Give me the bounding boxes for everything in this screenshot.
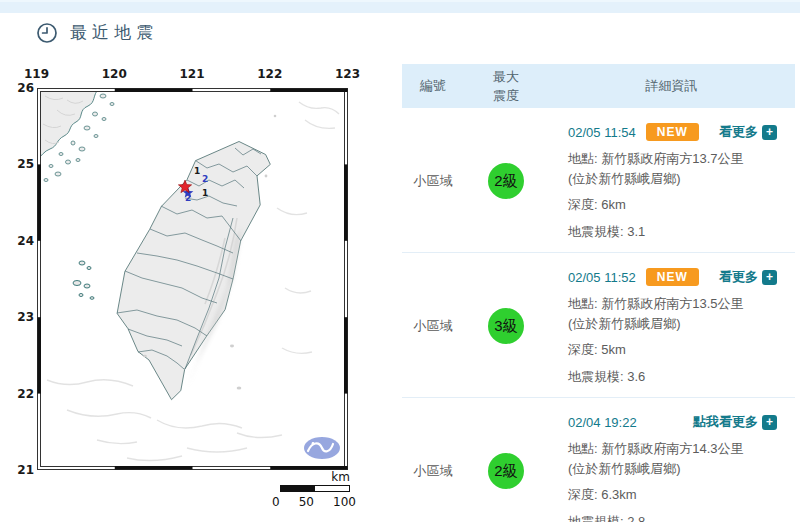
intensity-cell: 3級 [464,266,548,386]
lon-tick-label: 123 [335,67,360,81]
intensity-badge: 2級 [488,163,524,199]
map-longitude-axis: 119120121122123 [24,67,360,81]
map-scale-ticks: 050100 [272,495,356,509]
see-more-link[interactable]: 看更多 + [719,123,777,141]
lat-tick-label: 25 [17,157,34,171]
table-header-row: 編號 最大震度 詳細資訊 [402,64,795,108]
lat-tick-label: 21 [17,463,34,477]
quake-datetime: 02/04 19:22 [568,415,637,430]
magnitude-line: 地震規模: 2.8 [568,512,777,522]
details-cell: 02/05 11:54 NEW 看更多 + 地點: 新竹縣政府南方13.7公里 … [548,121,795,241]
earthquake-row: 小區域 3級 02/05 11:52 NEW 看更多 + 地點: 新竹縣政府南方… [402,252,795,397]
clock-icon [36,22,58,44]
quake-datetime: 02/05 11:54 [568,125,636,140]
new-badge: NEW [646,123,699,141]
magnitude-line: 地震規模: 3.1 [568,222,777,242]
scale-tick-label: 0 [272,495,280,509]
see-more-label: 點我看更多 [693,413,758,431]
lat-tick-label: 26 [17,81,34,95]
scale-tick-label: 50 [299,495,314,509]
quake-depth: 深度: 5km [568,340,777,360]
lat-tick-label: 23 [17,310,34,324]
quake-location: 地點: 新竹縣政府南方13.7公里 [568,149,777,169]
intensity-cell: 2級 [464,411,548,522]
new-badge: NEW [646,268,699,286]
recent-earthquakes-page: 最近地震 119120121122123 262524232221 [0,0,800,522]
quake-meta-line: 02/05 11:54 NEW 看更多 + [568,121,777,143]
lon-tick-label: 121 [179,67,204,81]
lon-tick-label: 120 [102,67,127,81]
cwb-logo [304,437,340,459]
see-more-link[interactable]: 看更多 + [719,268,777,286]
quake-location-sub: (位於新竹縣峨眉鄉) [568,459,777,479]
quake-location: 地點: 新竹縣政府南方13.5公里 [568,294,777,314]
quake-depth: 深度: 6.3km [568,485,777,505]
page-header: 最近地震 [36,21,158,44]
intensity-cell: 2級 [464,121,548,241]
header-intensity: 最大震度 [464,67,548,106]
plus-icon: + [762,270,777,285]
plus-icon: + [762,125,777,140]
lon-tick-label: 122 [257,67,282,81]
quake-location: 地點: 新竹縣政府南方14.3公里 [568,439,777,459]
svg-text:1: 1 [202,188,208,198]
quake-meta-line: 02/04 19:22 點我看更多 + [568,411,777,433]
quake-depth: 深度: 6km [568,195,777,215]
map-scale-bar [280,485,350,492]
svg-text:2: 2 [185,193,191,203]
intensity-badge: 3級 [488,308,524,344]
header-details: 詳細資訊 [548,77,795,95]
see-more-label: 看更多 [719,268,758,286]
earthquake-row: 小區域 2級 02/04 19:22 點我看更多 + 地點: 新竹縣政府南方14… [402,397,795,522]
see-more-link[interactable]: 點我看更多 + [693,413,777,431]
quake-location-sub: (位於新竹縣峨眉鄉) [568,314,777,334]
svg-text:1: 1 [194,166,200,176]
quake-meta-line: 02/05 11:52 NEW 看更多 + [568,266,777,288]
lat-tick-label: 24 [17,234,34,248]
quake-datetime: 02/05 11:52 [568,270,636,285]
quake-scope-label: 小區域 [402,121,464,241]
page-title: 最近地震 [70,21,158,44]
plus-icon: + [762,415,777,430]
earthquake-table: 編號 最大震度 詳細資訊 小區域 2級 02/05 11:54 NEW 看更多 … [402,64,795,522]
taiwan-earthquake-map[interactable]: 1 2 1 2 [37,88,348,470]
lat-tick-label: 22 [17,387,34,401]
quake-scope-label: 小區域 [402,266,464,386]
svg-text:2: 2 [202,174,208,184]
magnitude-line: 地震規模: 3.6 [568,367,777,387]
see-more-label: 看更多 [719,123,758,141]
scale-tick-label: 100 [333,495,356,509]
lon-tick-label: 119 [24,67,49,81]
details-cell: 02/04 19:22 點我看更多 + 地點: 新竹縣政府南方14.3公里 (位… [548,411,795,522]
quake-location-sub: (位於新竹縣峨眉鄉) [568,169,777,189]
intensity-badge: 2級 [488,453,524,489]
header-id: 編號 [402,77,464,95]
top-accent-bar [0,0,800,13]
details-cell: 02/05 11:52 NEW 看更多 + 地點: 新竹縣政府南方13.5公里 … [548,266,795,386]
quake-scope-label: 小區域 [402,411,464,522]
earthquake-row: 小區域 2級 02/05 11:54 NEW 看更多 + 地點: 新竹縣政府南方… [402,108,795,252]
scale-unit-label: km [300,470,350,484]
map-latitude-axis: 262524232221 [6,81,34,477]
